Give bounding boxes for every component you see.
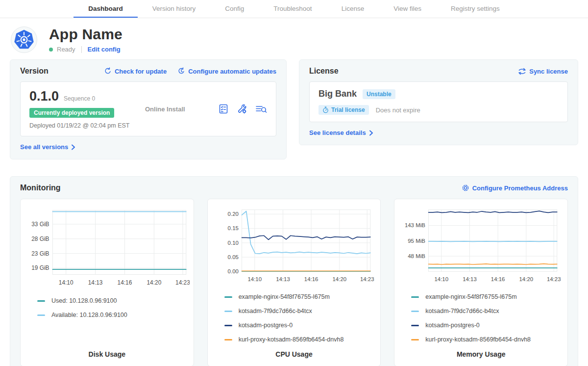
svg-text:0.20: 0.20 (227, 211, 238, 217)
svg-text:14:13: 14:13 (463, 276, 477, 282)
channel-badge: Unstable (363, 89, 395, 99)
sync-license-link[interactable]: Sync license (518, 68, 568, 75)
version-card: Version Check for update (10, 59, 287, 159)
chart-plot: 14:1014:1314:1614:2014:230.000.050.100.1… (212, 205, 377, 286)
svg-text:14:23: 14:23 (547, 276, 561, 282)
legend-swatch (224, 325, 232, 326)
chevron-right-icon (71, 144, 75, 150)
tab-view-files[interactable]: View files (379, 0, 436, 18)
legend-item: example-nginx-54f8f76755-l675m (224, 293, 377, 300)
legend-swatch (411, 296, 419, 298)
legend-item: example-nginx-54f8f76755-l675m (411, 293, 564, 300)
chart-plot: 14:1014:1314:1614:2014:2348 MiB95 MiB143… (398, 205, 564, 286)
legend-label: example-nginx-54f8f76755-l675m (425, 293, 516, 300)
chart-legend: example-nginx-54f8f76755-l675mkotsadm-7f… (224, 293, 377, 350)
version-number: 0.1.0 (29, 89, 59, 104)
legend-swatch (37, 300, 45, 302)
svg-text:14:20: 14:20 (147, 279, 162, 286)
configure-prometheus-link[interactable]: Configure Prometheus Address (462, 184, 568, 192)
ready-status-dot (49, 48, 53, 52)
chart-title: CPU Usage (212, 350, 377, 359)
refresh-icon (104, 67, 112, 75)
chart-legend: example-nginx-54f8f76755-l675mkotsadm-7f… (411, 293, 564, 350)
tab-troubleshoot[interactable]: Troubleshoot (259, 0, 326, 18)
license-card-title: License (309, 67, 339, 76)
legend-label: kotsadm-7f9dc7d66c-b4tcx (425, 308, 499, 314)
check-for-update-link[interactable]: Check for update (104, 67, 167, 75)
svg-text:14:10: 14:10 (435, 276, 449, 282)
version-card-title: Version (20, 67, 49, 76)
legend-swatch (37, 314, 45, 316)
memory-usage-chart-card: 14:1014:1314:1614:2014:2348 MiB95 MiB143… (394, 199, 568, 366)
svg-text:0.10: 0.10 (227, 240, 238, 246)
see-all-versions-link[interactable]: See all versions (20, 143, 75, 151)
chart-title: Memory Usage (398, 350, 564, 359)
tab-registry-settings[interactable]: Registry settings (436, 0, 514, 18)
legend-swatch (411, 311, 419, 312)
svg-text:14:23: 14:23 (360, 276, 374, 282)
install-type-label: Online Install (145, 105, 185, 113)
monitoring-title: Monitoring (20, 183, 61, 192)
app-status-text: Ready (57, 46, 75, 53)
app-header: App Name Ready Edit config (0, 18, 588, 53)
cpu-usage-chart-card: 14:1014:1314:1614:2014:230.000.050.100.1… (207, 199, 381, 366)
svg-text:23 GiB: 23 GiB (31, 250, 49, 257)
svg-text:14:16: 14:16 (491, 276, 505, 282)
legend-item: kotsadm-7f9dc7d66c-b4tcx (224, 308, 377, 314)
legend-label: kurl-proxy-kotsadm-8569fb6454-dnvh8 (239, 336, 344, 343)
svg-text:14:16: 14:16 (304, 276, 318, 282)
svg-text:14:13: 14:13 (276, 276, 290, 282)
legend-label: Used: 10.128.0.96:9100 (51, 297, 117, 304)
license-details-panel: Big Bank Unstable Trial license Does not… (309, 81, 568, 122)
tab-dashboard[interactable]: Dashboard (74, 0, 138, 18)
svg-text:14:20: 14:20 (519, 276, 534, 282)
svg-text:0.15: 0.15 (227, 225, 238, 231)
license-card: License Sync license Big Bank Unstable (299, 59, 578, 145)
legend-item: kotsadm-postgres-0 (224, 322, 377, 329)
svg-text:28 GiB: 28 GiB (31, 235, 49, 242)
clock-refresh-icon (177, 67, 185, 75)
view-diff-button[interactable] (255, 104, 267, 114)
chart-legend: Used: 10.128.0.96:9100Available: 10.128.… (37, 297, 190, 326)
see-license-details-link[interactable]: See license details (309, 129, 373, 136)
chevron-right-icon (369, 130, 373, 136)
legend-item: Available: 10.128.0.96:9100 (37, 312, 190, 318)
svg-text:48 MiB: 48 MiB (408, 253, 426, 259)
legend-item: kurl-proxy-kotsadm-8569fb6454-dnvh8 (411, 336, 564, 343)
top-nav: Dashboard Version history Config Trouble… (0, 0, 588, 18)
legend-label: example-nginx-54f8f76755-l675m (239, 293, 330, 300)
preflight-checks-button[interactable] (218, 104, 229, 114)
svg-text:14:10: 14:10 (59, 279, 74, 286)
svg-text:19 GiB: 19 GiB (31, 264, 49, 271)
legend-item: kotsadm-7f9dc7d66c-b4tcx (411, 308, 564, 314)
chart-title: Disk Usage (24, 350, 190, 359)
svg-text:95 MiB: 95 MiB (408, 238, 426, 244)
configure-automatic-updates-link[interactable]: Configure automatic updates (177, 67, 276, 75)
svg-text:14:10: 14:10 (247, 276, 262, 282)
config-wrench-button[interactable] (237, 104, 247, 114)
legend-item: kotsadm-postgres-0 (411, 322, 564, 329)
svg-text:14:16: 14:16 (118, 279, 132, 286)
edit-config-link[interactable]: Edit config (88, 46, 121, 53)
legend-item: Used: 10.128.0.96:9100 (37, 297, 190, 304)
chart-plot: 14:1014:1314:1614:2014:2319 GiB23 GiB28 … (24, 205, 190, 289)
tab-config[interactable]: Config (210, 0, 259, 18)
current-version-panel: 0.1.0 Sequence 0 Currently deployed vers… (20, 81, 276, 136)
sync-arrows-icon (518, 68, 526, 75)
tab-license[interactable]: License (327, 0, 379, 18)
svg-text:0.05: 0.05 (227, 254, 238, 260)
gear-icon (462, 184, 469, 192)
page-title: App Name (49, 26, 122, 43)
customer-name: Big Bank (318, 89, 357, 99)
tab-version-history[interactable]: Version history (138, 0, 211, 18)
legend-swatch (411, 339, 419, 340)
legend-label: kurl-proxy-kotsadm-8569fb6454-dnvh8 (425, 336, 531, 343)
legend-label: kotsadm-postgres-0 (239, 322, 293, 329)
disk-usage-chart-card: 14:1014:1314:1614:2014:2319 GiB23 GiB28 … (20, 199, 194, 366)
svg-text:33 GiB: 33 GiB (31, 221, 49, 228)
stopwatch-icon (322, 106, 329, 113)
legend-swatch (224, 339, 232, 340)
legend-label: Available: 10.128.0.96:9100 (51, 312, 127, 318)
svg-text:0.00: 0.00 (227, 268, 238, 274)
legend-label: kotsadm-postgres-0 (425, 322, 479, 329)
